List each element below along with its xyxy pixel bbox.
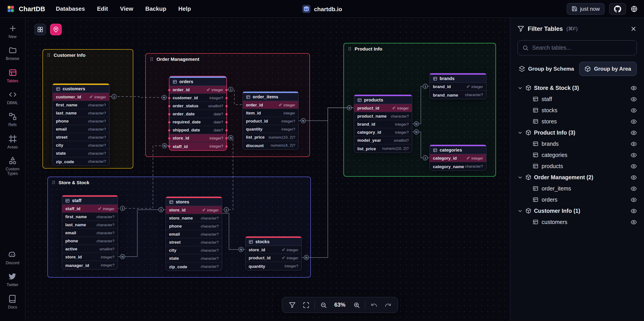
- close-panel-button[interactable]: [630, 25, 637, 32]
- row-handle-right[interactable]: [226, 145, 228, 147]
- field-row-email[interactable]: emailcharacter?: [53, 125, 109, 133]
- table-header[interactable]: categories: [430, 146, 486, 154]
- field-row-staff_id[interactable]: staff_idinteger?: [170, 142, 226, 150]
- field-row-store_id[interactable]: store_idinteger: [246, 246, 302, 254]
- field-row-category_id[interactable]: category_idinteger: [430, 154, 486, 162]
- table-orders[interactable]: ordersorder_idintegercustomer_idinteger?…: [169, 76, 227, 151]
- zoom-level[interactable]: 63%: [332, 302, 348, 308]
- github-button[interactable]: [609, 3, 626, 14]
- row-handle-left[interactable]: [168, 105, 170, 107]
- tree-item-products[interactable]: products: [518, 160, 637, 172]
- tree-group-customer-info-1[interactable]: Customer Info (1): [518, 205, 637, 216]
- tree-item-stores[interactable]: stores: [518, 116, 637, 127]
- fit-view-button[interactable]: [300, 300, 311, 310]
- field-row-street[interactable]: streetcharacter?: [166, 238, 222, 246]
- field-row-order_status[interactable]: order_statussmallint?: [170, 102, 226, 110]
- table-stocks[interactable]: stocksstore_idintegerproduct_idintegerqu…: [245, 236, 302, 270]
- field-row-first_name[interactable]: first_namecharacter?: [53, 101, 109, 109]
- sidebar-item-browse[interactable]: Browse: [0, 46, 25, 61]
- tree-item-categories[interactable]: categories: [518, 149, 637, 160]
- row-handle-right[interactable]: [226, 113, 228, 115]
- zoom-in-button[interactable]: [351, 300, 362, 310]
- menu-backup[interactable]: Backup: [145, 5, 166, 12]
- table-header[interactable]: stocks: [246, 238, 302, 246]
- table-brands[interactable]: brandsbrand_idintegerbrand_namecharacter…: [429, 73, 486, 99]
- row-handle-left[interactable]: [168, 113, 170, 115]
- toggle-visibility-button[interactable]: [630, 163, 637, 169]
- field-row-email[interactable]: emailcharacter?: [62, 229, 118, 237]
- field-row-store_id[interactable]: store_idinteger?: [170, 134, 226, 142]
- toggle-visibility-button[interactable]: [630, 219, 637, 225]
- field-row-quantity[interactable]: quantityinteger?: [243, 125, 298, 133]
- field-row-discount[interactable]: discountnumeric(4, 2)?: [243, 141, 298, 149]
- field-row-zip_code[interactable]: zip_codecharacter?: [53, 157, 109, 166]
- field-row-quantity[interactable]: quantityinteger?: [246, 262, 302, 270]
- table-header[interactable]: brands: [430, 75, 486, 83]
- menu-edit[interactable]: Edit: [97, 5, 108, 12]
- table-stores[interactable]: storesstore_idintegerstore_namecharacter…: [166, 196, 222, 271]
- table-customers[interactable]: customerscustomer_idintegerfirst_namecha…: [52, 83, 110, 166]
- table-header[interactable]: customers: [53, 85, 109, 93]
- field-row-brand_id[interactable]: brand_idinteger: [430, 83, 486, 91]
- field-row-product_id[interactable]: product_idinteger: [354, 104, 412, 112]
- field-row-product_name[interactable]: product_namecharacter?: [354, 112, 412, 120]
- tree-group-order-management-2[interactable]: Order Management (2): [518, 172, 637, 183]
- field-row-required_date[interactable]: required_datedate?: [170, 118, 226, 126]
- field-row-order_id[interactable]: order_idinteger: [170, 86, 226, 94]
- field-row-first_name[interactable]: first_namecharacter?: [62, 213, 118, 221]
- field-row-brand_name[interactable]: brand_namecharacter?: [430, 91, 486, 99]
- table-staff[interactable]: staffstaff_idintegerfirst_namecharacter?…: [62, 195, 118, 270]
- toggle-visibility-button[interactable]: [630, 130, 637, 136]
- row-handle-left[interactable]: [168, 145, 170, 147]
- field-row-staff_id[interactable]: staff_idinteger: [62, 205, 118, 213]
- field-row-last_name[interactable]: last_namecharacter?: [62, 221, 118, 229]
- row-handle-right[interactable]: [226, 97, 228, 99]
- language-button[interactable]: [630, 5, 638, 12]
- group-by-area-button[interactable]: Group by Area: [579, 62, 637, 76]
- tree-item-customers[interactable]: customers: [518, 216, 637, 228]
- toggle-visibility-button[interactable]: [630, 85, 637, 91]
- sidebar-item-docs[interactable]: Docs: [6, 294, 19, 310]
- tree-group-product-info-3[interactable]: Product Info (3): [518, 127, 637, 138]
- field-row-zip_code[interactable]: zip_codecharacter?: [166, 262, 222, 270]
- menu-databases[interactable]: Databases: [56, 5, 85, 12]
- table-products[interactable]: productsproduct_idintegerproduct_namecha…: [354, 94, 412, 153]
- toggle-visibility-button[interactable]: [630, 174, 637, 180]
- tree-item-stocks[interactable]: stocks: [518, 104, 637, 116]
- field-row-city[interactable]: citycharacter?: [53, 141, 109, 149]
- row-handle-right[interactable]: [226, 105, 228, 107]
- menu-help[interactable]: Help: [178, 5, 191, 12]
- sidebar-item-custom-types[interactable]: Custom Types: [0, 156, 25, 176]
- field-row-phone[interactable]: phonecharacter?: [62, 237, 118, 245]
- tree-item-staff[interactable]: staff: [518, 94, 637, 104]
- row-handle-left[interactable]: [168, 129, 170, 131]
- field-row-list_price[interactable]: list_pricenumeric(10, 2)?: [243, 133, 298, 141]
- tree-item-orders[interactable]: orders: [518, 194, 637, 205]
- row-handle-right[interactable]: [226, 121, 228, 123]
- field-row-shipped_date[interactable]: shipped_datedate?: [170, 126, 226, 134]
- sidebar-item-tables[interactable]: Tables: [0, 68, 25, 83]
- sidebar-item-new[interactable]: New: [0, 24, 25, 39]
- field-row-customer_id[interactable]: customer_idinteger: [53, 93, 109, 101]
- table-header[interactable]: stores: [166, 198, 222, 206]
- sidebar-item-areas[interactable]: Areas: [0, 134, 25, 149]
- row-handle-right[interactable]: [226, 89, 228, 91]
- sidebar-item-dbml[interactable]: DBML: [0, 90, 25, 105]
- field-row-phone[interactable]: phonecharacter?: [53, 117, 109, 125]
- toggle-visibility-button[interactable]: [630, 185, 637, 192]
- field-row-state[interactable]: statecharacter?: [166, 254, 222, 262]
- row-handle-right[interactable]: [226, 129, 228, 131]
- field-row-city[interactable]: citycharacter?: [166, 246, 222, 254]
- table-header[interactable]: products: [354, 96, 412, 104]
- row-handle-right[interactable]: [226, 137, 228, 139]
- row-handle-left[interactable]: [168, 121, 170, 123]
- field-row-model_year[interactable]: model_yearsmallint?: [354, 136, 412, 144]
- toggle-visibility-button[interactable]: [630, 152, 637, 158]
- area-tool-button[interactable]: [50, 24, 62, 35]
- field-row-product_id[interactable]: product_idinteger?: [243, 117, 298, 125]
- tree-item-brands[interactable]: brands: [518, 138, 637, 149]
- field-row-state[interactable]: statecharacter?: [53, 149, 109, 157]
- filter-button[interactable]: [287, 300, 298, 310]
- undo-button[interactable]: [368, 300, 379, 310]
- menu-view[interactable]: View: [120, 5, 133, 12]
